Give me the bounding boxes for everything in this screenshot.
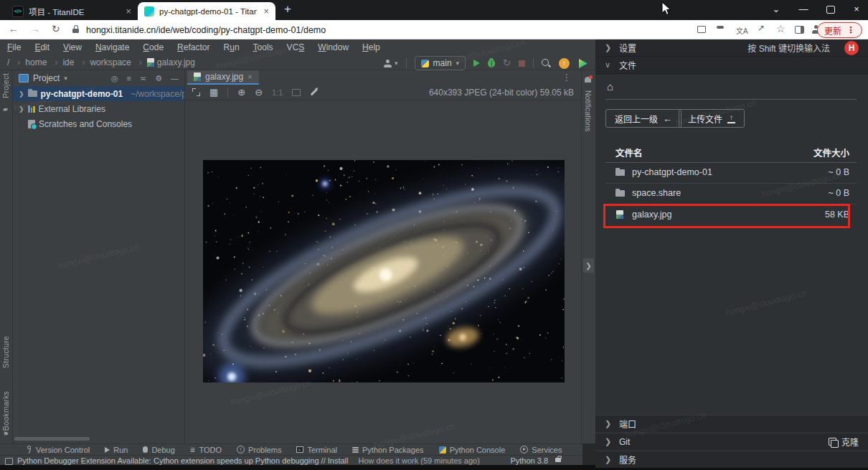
tool-button-version-control[interactable]: Version Control [27, 446, 90, 454]
back-to-parent-button[interactable]: 返回上一级 ← [605, 109, 681, 128]
status-message[interactable]: Python Debugger Extension Available: Cyt… [17, 456, 480, 465]
menu-navigate[interactable]: Navigate [95, 42, 129, 52]
menu-refactor[interactable]: Refactor [177, 42, 209, 52]
tool-button-problems[interactable]: !Problems [237, 446, 281, 454]
tool-button-terminal[interactable]: >Terminal [296, 446, 337, 454]
zoom-to-fit-icon[interactable] [192, 88, 200, 96]
breadcrumb-root[interactable]: / [7, 57, 25, 67]
titanide-logo-icon[interactable] [577, 58, 588, 69]
python-interpreter-widget[interactable]: Python 3.8 [510, 456, 548, 465]
event-log-icon[interactable] [5, 458, 13, 465]
install-app-icon[interactable] [697, 26, 706, 33]
tree-row-external-libraries[interactable]: ❯ External Libraries [13, 101, 184, 116]
tool-button-debug[interactable]: Debug [143, 446, 174, 454]
search-everywhere-icon[interactable] [542, 59, 551, 68]
breadcrumb-file[interactable]: galaxy.jpg [147, 57, 195, 67]
file-row-folder-1[interactable]: py-chatgpt-demo-01 ~ 0 B [595, 162, 868, 183]
upload-file-button[interactable]: 上传文件 ↑ [679, 109, 745, 128]
menu-help[interactable]: Help [362, 42, 380, 52]
chevron-down-icon[interactable]: ▾ [64, 75, 67, 82]
settings-gear-icon[interactable]: ⚙ [155, 74, 162, 83]
refresh-icon[interactable]: ↻ [52, 23, 60, 34]
tool-button-notifications[interactable]: Notifications [584, 90, 593, 131]
chevron-right-icon[interactable]: ❯ [19, 90, 24, 98]
browser-tab-project[interactable]: </> 项目 - TitanIDE × [6, 2, 138, 20]
close-window-icon[interactable]: × [846, 4, 867, 14]
tool-button-python-packages[interactable]: Python Packages [352, 446, 424, 454]
tool-button-run[interactable]: Run [105, 446, 128, 454]
hide-panel-icon[interactable]: — [171, 74, 179, 83]
menu-edit[interactable]: Edit [34, 42, 49, 52]
browser-menu-icon[interactable]: ⋮ [846, 25, 855, 35]
new-tab-button[interactable]: + [284, 2, 291, 17]
user-menu-button[interactable]: ▾ [384, 60, 398, 67]
tool-button-python-console[interactable]: Python Console [439, 446, 506, 454]
collapse-all-icon[interactable]: ≍ [140, 74, 146, 83]
grid-toggle-icon[interactable]: ▦ [209, 87, 218, 98]
horizontal-scrollbar[interactable] [14, 437, 90, 441]
status-extra[interactable]: How does it work (59 minutes ago) [359, 456, 480, 465]
key-icon[interactable] [717, 26, 724, 29]
section-git[interactable]: ❯ Git 克隆 [595, 433, 868, 450]
file-row-folder-2[interactable]: space.share ~ 0 B [595, 183, 868, 204]
breadcrumb-ide[interactable]: ide [62, 57, 90, 67]
tool-button-todo[interactable]: ≣TODO [190, 446, 222, 454]
more-options-icon[interactable]: ⋮ [562, 72, 571, 83]
menu-run[interactable]: Run [224, 42, 240, 52]
profiler-icon[interactable]: ↻ [503, 60, 511, 67]
section-files[interactable]: ∨ 文件 [595, 57, 868, 74]
minimize-window-icon[interactable]: — [793, 4, 813, 14]
section-services[interactable]: ❯ 服务 [595, 451, 868, 468]
ide-update-icon[interactable]: ↑ [559, 58, 570, 69]
home-icon[interactable]: ⌂ [607, 80, 613, 93]
menu-view[interactable]: View [63, 42, 82, 52]
panel-expander-chevron[interactable]: ❯ [583, 258, 594, 273]
zoom-out-icon[interactable]: ⊖ [255, 87, 263, 98]
chrome-update-button[interactable]: 更新 ⋮ [817, 22, 862, 38]
tool-button-bookmarks[interactable]: Bookmarks [1, 391, 10, 431]
back-icon[interactable]: ← [9, 23, 19, 34]
clone-button[interactable]: 克隆 [829, 436, 859, 448]
restore-window-icon[interactable] [826, 6, 835, 14]
breadcrumb-workspace[interactable]: workspace [90, 57, 146, 67]
bookmark-star-icon[interactable]: ☆ [776, 23, 786, 34]
breadcrumb-home[interactable]: home [25, 57, 62, 67]
actual-size-button[interactable]: 1:1 [272, 88, 283, 97]
editor-tab-galaxy[interactable]: galaxy.jpg × [187, 70, 259, 85]
menu-window[interactable]: Window [318, 42, 349, 52]
project-panel-title[interactable]: Project [33, 73, 60, 83]
unlock-icon[interactable] [555, 458, 561, 462]
side-panel-icon[interactable] [795, 26, 804, 34]
browser-tab-demo[interactable]: py-chatgpt-demo-01 - TitanID × [138, 2, 275, 20]
expand-all-icon[interactable]: ≡ [126, 74, 131, 83]
run-button[interactable] [473, 60, 480, 67]
menu-tools[interactable]: Tools [253, 42, 273, 52]
address-bar[interactable]: hongxi.titanide.cn/ide/web/coding/py-cha… [86, 25, 326, 35]
fit-window-icon[interactable] [292, 89, 301, 96]
locate-file-icon[interactable]: ◎ [111, 74, 118, 83]
stop-button[interactable] [519, 60, 525, 67]
menu-code[interactable]: Code [143, 42, 164, 52]
user-avatar[interactable]: H [844, 41, 859, 55]
tool-button-structure[interactable]: Structure [1, 336, 10, 368]
run-config-select[interactable]: main ▾ [415, 56, 466, 70]
forward-icon[interactable]: → [30, 23, 40, 34]
section-ports[interactable]: ❯ 端口 [595, 415, 868, 432]
section-settings[interactable]: ❯ 设置 按 Shift 键切换输入法 H [595, 39, 868, 57]
menu-file[interactable]: File [7, 42, 21, 52]
tree-row-project-root[interactable]: ❯ py-chatgpt-demo-01 ~/workspace/py-ch [13, 86, 184, 101]
edit-externally-icon[interactable] [311, 89, 318, 96]
translate-icon[interactable]: 文A [736, 25, 748, 36]
notifications-bell-icon[interactable] [585, 77, 591, 83]
https-lock-icon[interactable] [72, 27, 79, 33]
tool-button-project[interactable]: Project [1, 73, 10, 98]
chevron-right-icon[interactable]: ❯ [19, 105, 24, 113]
share-icon[interactable]: ↗ [758, 23, 765, 33]
menu-vcs[interactable]: VCS [287, 42, 305, 52]
tab-close-icon[interactable]: × [247, 72, 252, 81]
tree-row-scratches[interactable]: Scratches and Consoles [13, 116, 184, 131]
debug-button[interactable] [488, 60, 495, 67]
tab-search-chevron-icon[interactable]: ⌄ [766, 4, 786, 14]
tab-close-icon[interactable]: × [126, 6, 131, 17]
zoom-in-icon[interactable]: ⊕ [237, 87, 245, 98]
